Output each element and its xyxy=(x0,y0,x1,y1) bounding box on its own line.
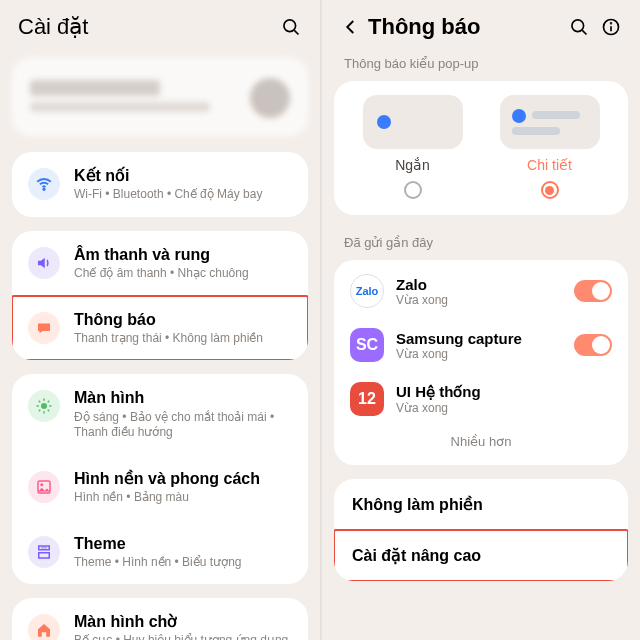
settings-screen: Cài đặt Kết nối Wi-Fi • Bluetooth • Chế … xyxy=(0,0,320,640)
app-row[interactable]: SC Samsung capture Vừa xong xyxy=(334,318,628,372)
row-title: Âm thanh và rung xyxy=(74,245,292,264)
svg-point-3 xyxy=(41,403,47,409)
svg-line-10 xyxy=(39,410,41,412)
svg-point-0 xyxy=(284,20,296,32)
app-name: Zalo xyxy=(396,276,574,293)
section-recent: Đã gửi gần đây xyxy=(322,229,640,260)
row-subtitle: Bố cục • Huy hiệu biểu tượng ứng dụng xyxy=(74,633,292,640)
svg-line-8 xyxy=(39,401,41,403)
app-subtitle: Vừa xong xyxy=(396,293,574,307)
option-brief[interactable]: Ngắn xyxy=(344,95,481,199)
app-row[interactable]: 12 UI Hệ thống Vừa xong xyxy=(334,372,628,426)
home-icon xyxy=(28,614,60,640)
brief-preview xyxy=(363,95,463,149)
section-popup-style: Thông báo kiểu pop-up xyxy=(322,50,640,81)
svg-line-11 xyxy=(48,401,50,403)
detail-preview xyxy=(500,95,600,149)
profile-card[interactable] xyxy=(12,58,308,136)
option-detail[interactable]: Chi tiết xyxy=(481,95,618,199)
radio-detail[interactable] xyxy=(541,181,559,199)
app-name: UI Hệ thống xyxy=(396,383,612,401)
back-icon[interactable] xyxy=(340,16,362,38)
app-subtitle: Vừa xong xyxy=(396,347,574,361)
row-title: Màn hình xyxy=(74,388,292,407)
svg-line-1 xyxy=(294,30,298,34)
page-title: Cài đặt xyxy=(18,14,88,40)
app-subtitle: Vừa xong xyxy=(396,401,612,415)
page-title: Thông báo xyxy=(368,14,480,40)
app-name: Samsung capture xyxy=(396,330,574,347)
row-title: Thông báo xyxy=(74,310,292,329)
svg-line-16 xyxy=(582,30,586,34)
svg-point-15 xyxy=(572,20,584,32)
radio-brief[interactable] xyxy=(404,181,422,199)
row-title: Kết nối xyxy=(74,166,292,185)
more-button[interactable]: Nhiều hơn xyxy=(334,426,628,461)
settings-group: Màn hình Độ sáng • Bảo vệ cho mắt thoải … xyxy=(12,374,308,584)
app-row[interactable]: Zalo Zalo Vừa xong xyxy=(334,264,628,318)
row-subtitle: Hình nền • Bảng màu xyxy=(74,490,292,506)
row-subtitle: Chế độ âm thanh • Nhạc chuông xyxy=(74,266,292,282)
notif-icon xyxy=(28,312,60,344)
wifi-icon xyxy=(28,168,60,200)
app-icon: 12 xyxy=(350,382,384,416)
row-title: Màn hình chờ xyxy=(74,612,292,631)
app-icon: Zalo xyxy=(350,274,384,308)
search-icon[interactable] xyxy=(568,16,590,38)
settings-row-display[interactable]: Màn hình Độ sáng • Bảo vệ cho mắt thoải … xyxy=(12,374,308,454)
advanced-settings-row[interactable]: Cài đặt nâng cao xyxy=(334,530,628,581)
svg-rect-14 xyxy=(41,547,47,548)
header-right: Thông báo xyxy=(322,0,640,50)
svg-point-2 xyxy=(43,189,45,191)
row-subtitle: Thanh trạng thái • Không làm phiền xyxy=(74,331,292,347)
toggle[interactable] xyxy=(574,280,612,302)
settings-row-theme[interactable]: Theme Theme • Hình nền • Biểu tượng xyxy=(12,520,308,585)
settings-group: Kết nối Wi-Fi • Bluetooth • Chế độ Máy b… xyxy=(12,152,308,217)
popup-style-card: Ngắn Chi tiết xyxy=(334,81,628,215)
settings-group: Màn hình chờ Bố cục • Huy hiệu biểu tượn… xyxy=(12,598,308,640)
settings-row-notif[interactable]: Thông báo Thanh trạng thái • Không làm p… xyxy=(12,296,308,361)
dnd-row[interactable]: Không làm phiền xyxy=(334,479,628,530)
settings-group: Âm thanh và rung Chế độ âm thanh • Nhạc … xyxy=(12,231,308,361)
recent-apps: Zalo Zalo Vừa xong SC Samsung capture Vừ… xyxy=(334,260,628,465)
svg-line-9 xyxy=(48,410,50,412)
search-icon[interactable] xyxy=(280,16,302,38)
toggle[interactable] xyxy=(574,334,612,356)
display-icon xyxy=(28,390,60,422)
settings-row-sound[interactable]: Âm thanh và rung Chế độ âm thanh • Nhạc … xyxy=(12,231,308,296)
settings-row-wifi[interactable]: Kết nối Wi-Fi • Bluetooth • Chế độ Máy b… xyxy=(12,152,308,217)
row-subtitle: Độ sáng • Bảo vệ cho mắt thoải mái • Tha… xyxy=(74,410,292,441)
sound-icon xyxy=(28,247,60,279)
notifications-screen: Thông báo Thông báo kiểu pop-up Ngắn Chi… xyxy=(320,0,640,640)
row-title: Theme xyxy=(74,534,292,553)
bottom-section: Không làm phiền Cài đặt nâng cao xyxy=(334,479,628,581)
wallpaper-icon xyxy=(28,471,60,503)
app-icon: SC xyxy=(350,328,384,362)
row-subtitle: Theme • Hình nền • Biểu tượng xyxy=(74,555,292,571)
svg-point-19 xyxy=(611,23,612,24)
row-subtitle: Wi-Fi • Bluetooth • Chế độ Máy bay xyxy=(74,187,292,203)
svg-point-13 xyxy=(40,483,43,486)
settings-row-wallpaper[interactable]: Hình nền và phong cách Hình nền • Bảng m… xyxy=(12,455,308,520)
header-left: Cài đặt xyxy=(0,0,320,50)
row-title: Hình nền và phong cách xyxy=(74,469,292,488)
settings-row-home[interactable]: Màn hình chờ Bố cục • Huy hiệu biểu tượn… xyxy=(12,598,308,640)
theme-icon xyxy=(28,536,60,568)
info-icon[interactable] xyxy=(600,16,622,38)
